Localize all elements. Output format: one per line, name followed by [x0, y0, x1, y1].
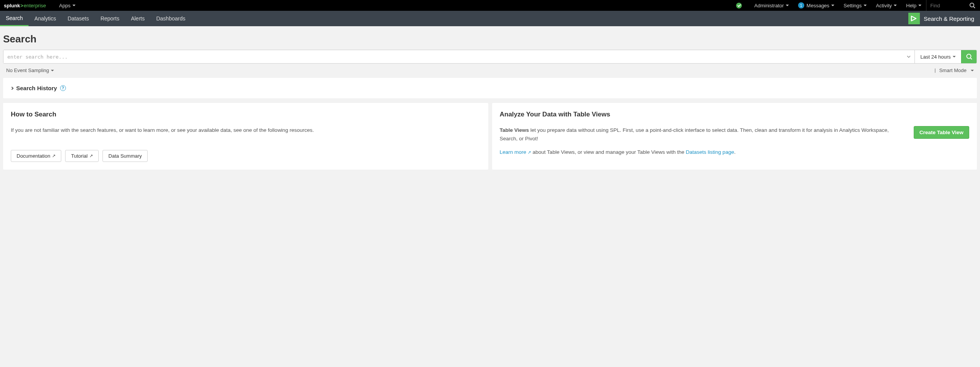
activity-menu-label: Activity [876, 3, 892, 8]
card-body: If you are not familiar with the search … [11, 126, 481, 135]
search-icon [969, 2, 975, 8]
activity-menu[interactable]: Activity [871, 0, 901, 11]
find-submit[interactable] [965, 0, 980, 11]
messages-menu-label: Messages [807, 3, 829, 8]
nav-label: Reports [101, 15, 119, 22]
info-columns: How to Search If you are not familiar wi… [3, 103, 977, 170]
nav-reports[interactable]: Reports [95, 11, 125, 26]
nav-label: Datasets [67, 15, 89, 22]
user-menu-label: Administrator [754, 3, 784, 8]
apps-menu-label: Apps [59, 3, 71, 8]
app-nav: Search Analytics Datasets Reports Alerts… [0, 11, 980, 26]
howto-button-row: Documentation ↗ Tutorial ↗ Data Summary [11, 150, 481, 162]
settings-menu-label: Settings [844, 3, 862, 8]
nav-label: Alerts [131, 15, 145, 22]
lead-rest: let you prepare data without using SPL. … [500, 127, 889, 141]
lightbulb-icon: ❘ [933, 68, 937, 73]
health-status[interactable] [731, 0, 750, 11]
chevron-down-icon [918, 5, 921, 6]
how-to-search-card: How to Search If you are not familiar wi… [3, 103, 488, 170]
chevron-right-icon [10, 86, 13, 89]
table-views-card: Analyze Your Data with Table Views Table… [492, 103, 977, 170]
table-views-lead: Table Views let you prepare data without… [500, 126, 902, 143]
settings-menu[interactable]: Settings [839, 0, 871, 11]
time-range-label: Last 24 hours [920, 54, 951, 60]
chevron-down-icon [971, 70, 974, 71]
nav-analytics[interactable]: Analytics [29, 11, 62, 26]
nav-label: Analytics [34, 15, 56, 22]
svg-point-2 [967, 54, 971, 59]
search-history-title: Search History [16, 85, 57, 91]
time-range-picker[interactable]: Last 24 hours [914, 50, 961, 63]
global-topbar: splunk > enterprise Apps Administrator 1… [0, 0, 980, 11]
button-label: Documentation [17, 153, 50, 159]
learn-more-link[interactable]: Learn more ↗ [500, 149, 533, 155]
page-content: Search Last 24 hours No Event Sampling ❘… [0, 26, 980, 177]
search-input[interactable] [3, 50, 903, 63]
external-link-icon: ↗ [528, 150, 531, 155]
page-title: Search [3, 29, 977, 50]
nav-search[interactable]: Search [0, 11, 29, 26]
app-logo-icon [908, 13, 920, 24]
table-views-links: Learn more ↗ about Table Views, or view … [500, 148, 902, 157]
documentation-button[interactable]: Documentation ↗ [11, 150, 61, 162]
mid-text: about Table Views, or view and manage yo… [533, 149, 686, 155]
app-badge-label: Search & Reporting [924, 15, 974, 22]
chevron-down-icon [894, 5, 897, 6]
nav-label: Dashboards [156, 15, 185, 22]
svg-point-0 [970, 3, 974, 7]
messages-count-badge: 1 [798, 2, 804, 8]
event-sampling-dropdown[interactable]: No Event Sampling [4, 66, 56, 75]
apps-menu[interactable]: Apps [54, 0, 80, 11]
chevron-down-icon [831, 5, 834, 6]
check-circle-icon [736, 3, 742, 8]
global-find[interactable] [926, 0, 965, 11]
splunk-logo[interactable]: splunk > enterprise [4, 3, 46, 8]
help-menu-label: Help [906, 3, 916, 8]
chevron-down-icon [953, 56, 956, 57]
nav-datasets[interactable]: Datasets [62, 11, 94, 26]
svg-line-1 [973, 7, 975, 8]
table-views-text: Table Views let you prepare data without… [500, 126, 902, 157]
messages-menu[interactable]: 1 Messages [793, 0, 839, 11]
lead-bold: Table Views [500, 127, 529, 133]
period: . [734, 149, 736, 155]
logo-text-splunk: splunk [4, 3, 20, 8]
create-table-view-button[interactable]: Create Table View [914, 126, 969, 139]
tutorial-button[interactable]: Tutorial ↗ [65, 150, 99, 162]
svg-line-3 [970, 58, 972, 59]
help-icon[interactable]: ? [60, 85, 66, 91]
app-badge[interactable]: Search & Reporting [908, 11, 980, 26]
search-options-row: No Event Sampling ❘ Smart Mode [3, 64, 977, 75]
help-menu[interactable]: Help [901, 0, 926, 11]
event-sampling-label: No Event Sampling [6, 67, 49, 73]
link-label: Learn more [500, 149, 526, 155]
search-mode-dropdown[interactable]: ❘ Smart Mode [931, 66, 976, 75]
nav-alerts[interactable]: Alerts [125, 11, 151, 26]
card-title: Analyze Your Data with Table Views [500, 111, 970, 118]
nav-label: Search [6, 15, 23, 21]
button-label: Data Summary [108, 153, 142, 159]
external-link-icon: ↗ [52, 153, 55, 158]
search-submit-button[interactable] [961, 50, 977, 63]
search-history-toggle[interactable]: Search History ? [11, 85, 969, 91]
external-link-icon: ↗ [89, 153, 93, 158]
user-menu[interactable]: Administrator [750, 0, 793, 11]
card-title: How to Search [11, 111, 481, 118]
button-label: Tutorial [71, 153, 87, 159]
logo-gt: > [20, 3, 24, 8]
table-views-row: Table Views let you prepare data without… [500, 126, 970, 157]
chevron-down-icon [51, 70, 54, 71]
search-icon [966, 53, 973, 60]
nav-dashboards[interactable]: Dashboards [150, 11, 191, 26]
search-mode-label: Smart Mode [939, 67, 967, 73]
chevron-down-icon [907, 55, 911, 59]
datasets-listing-link[interactable]: Datasets listing page [686, 149, 734, 155]
search-history-panel: Search History ? [3, 78, 977, 98]
search-assistant-toggle[interactable] [903, 50, 914, 63]
subnav-spacer [191, 11, 908, 26]
chevron-down-icon [786, 5, 789, 6]
search-bar: Last 24 hours [3, 50, 977, 64]
find-input[interactable] [930, 3, 953, 8]
data-summary-button[interactable]: Data Summary [103, 150, 148, 162]
